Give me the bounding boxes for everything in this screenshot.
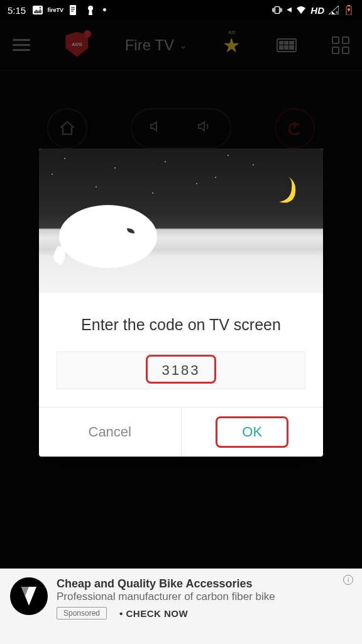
- ads-label: ADS: [72, 42, 82, 47]
- firetv-icon: fireTV: [50, 4, 61, 16]
- ad-logo: [10, 577, 48, 615]
- volume-control: [131, 108, 231, 148]
- ads-blocker-button[interactable]: ADS: [65, 32, 89, 58]
- svg-point-1: [40, 7, 41, 9]
- cancel-button[interactable]: Cancel: [39, 408, 182, 457]
- keyhole-icon: [85, 4, 96, 16]
- dialog-body: Enter the code on TV screen: [39, 293, 323, 407]
- ad-banner[interactable]: Cheap and Quality Bike Accessories Profe…: [0, 569, 362, 644]
- doc-icon: [67, 4, 79, 16]
- ad-cta[interactable]: CHECK NOW: [119, 608, 188, 619]
- remote-controls: [0, 70, 362, 161]
- svg-rect-4: [71, 9, 75, 10]
- menu-button[interactable]: [13, 39, 30, 51]
- status-time: 5:15: [8, 5, 26, 16]
- svg-text:×: ×: [336, 10, 338, 14]
- ad-content: Cheap and Quality Bike Accessories Profe…: [57, 577, 352, 638]
- play-icon: ▶: [287, 7, 292, 14]
- ad-title: Cheap and Quality Bike Accessories: [57, 577, 352, 591]
- svg-point-6: [88, 6, 93, 11]
- star-icon: ★: [222, 33, 241, 57]
- chevron-down-icon: ⌄: [179, 39, 187, 51]
- ok-label: OK: [242, 424, 262, 440]
- status-bar: 5:15 fireTV • ▶ HD ×: [0, 0, 362, 20]
- moon-icon: [266, 174, 298, 205]
- power-button[interactable]: [275, 108, 315, 148]
- vibrate-icon: [272, 4, 283, 16]
- volume-up-button[interactable]: [197, 119, 213, 138]
- code-input[interactable]: [57, 352, 305, 389]
- svg-rect-5: [71, 11, 74, 12]
- device-selector[interactable]: Fire TV ⌄: [125, 36, 187, 54]
- status-right: ▶ HD ×: [272, 4, 354, 16]
- apps-grid-button[interactable]: [332, 36, 349, 54]
- svg-rect-16: [348, 9, 350, 10]
- svg-rect-2: [70, 5, 76, 15]
- cancel-label: Cancel: [89, 424, 131, 440]
- ad-tag: AD: [228, 30, 236, 35]
- code-entry-dialog: Enter the code on TV screen Cancel OK: [39, 148, 323, 457]
- whale-icon: [52, 202, 165, 274]
- home-button[interactable]: [47, 108, 87, 148]
- hd-label: HD: [310, 5, 324, 16]
- ok-button[interactable]: OK: [182, 408, 324, 457]
- signal-icon: ×: [328, 4, 339, 16]
- wifi-icon: [295, 4, 307, 16]
- app-header: ADS Fire TV ⌄ AD ★: [0, 20, 362, 70]
- favorites-button[interactable]: AD ★: [222, 33, 241, 57]
- device-label: Fire TV: [125, 36, 174, 54]
- dot-icon: •: [102, 4, 106, 17]
- ad-description: Professional manufacturer of carbon fibe…: [57, 591, 352, 603]
- battery-icon: [343, 4, 354, 16]
- svg-rect-3: [71, 7, 75, 8]
- notification-dot-icon: [84, 30, 91, 38]
- volume-down-button[interactable]: [148, 119, 163, 138]
- dialog-hero-image: [39, 148, 323, 293]
- dialog-footer: Cancel OK: [39, 407, 323, 457]
- sponsored-tag: Sponsored: [57, 607, 107, 619]
- svg-point-19: [59, 205, 157, 268]
- gallery-icon: [32, 4, 43, 16]
- dialog-title: Enter the code on TV screen: [57, 316, 305, 334]
- svg-rect-7: [275, 7, 280, 14]
- status-left: 5:15 fireTV •: [8, 4, 107, 17]
- ad-info-button[interactable]: i: [343, 575, 353, 585]
- keyboard-button[interactable]: [277, 38, 297, 52]
